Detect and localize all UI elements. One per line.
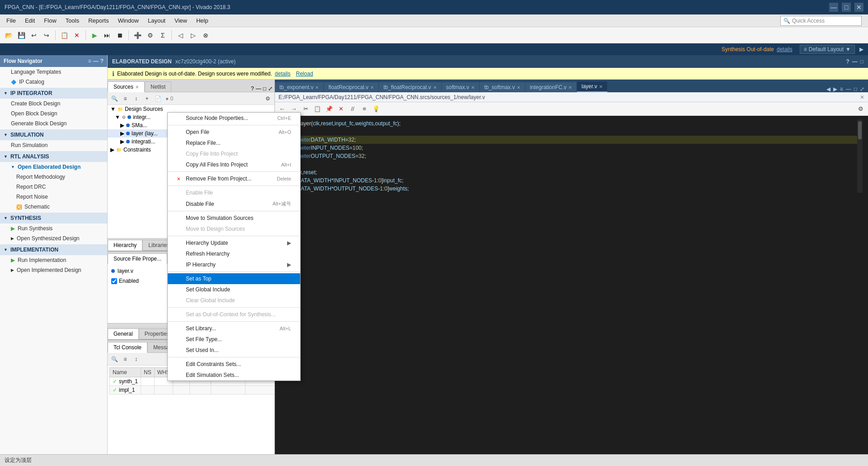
sidebar-item-open-synthesized-design[interactable]: ▶ Open Synthesized Design	[0, 233, 107, 243]
menu-help[interactable]: Help	[192, 16, 213, 25]
sources-sort-btn[interactable]: ↕	[131, 94, 141, 104]
code-editor[interactable]: 1 2 3 4 5 6 7 8 9 ile layer(clk, reset, …	[275, 116, 868, 466]
editor-tab-tb-softmax[interactable]: tb_softmax.v ✕	[480, 82, 525, 92]
toolbar-open[interactable]: 📂	[3, 29, 14, 41]
context-menu-item-set-file-type[interactable]: Set File Type...	[168, 334, 300, 345]
toolbar-copy[interactable]: 📋	[58, 29, 70, 41]
editor-tab-float-reciprocal[interactable]: floatReciprocal.v ✕	[324, 82, 379, 92]
sidebar-item-open-elaborated-design[interactable]: ▼ Open Elaborated Design	[0, 162, 107, 172]
toolbar-undo[interactable]: ↩	[28, 29, 40, 41]
synthesis-details-link[interactable]: details	[777, 46, 793, 52]
quick-access-input[interactable]: 🔍 Quick Access	[780, 16, 862, 26]
close-button[interactable]: ✕	[854, 3, 863, 12]
table-row[interactable]: ✓impl_1Vivado Implementatio...	[110, 386, 275, 395]
sidebar-item-run-simulation[interactable]: Run Simulation	[0, 140, 107, 150]
context-menu-item-move-to-sim[interactable]: Move to Simulation Sources	[168, 213, 300, 223]
console-search-btn[interactable]: 🔍	[109, 354, 119, 364]
menu-layout[interactable]: Layout	[143, 16, 170, 25]
menu-window[interactable]: Window	[113, 16, 143, 25]
console-collapse-btn[interactable]: ≡	[120, 354, 130, 364]
toolbar-step[interactable]: ⏭	[101, 29, 113, 41]
tb-softmax-close-icon[interactable]: ✕	[517, 85, 520, 90]
editor-tab-softmax[interactable]: softmax.v ✕	[442, 82, 480, 92]
warning-details-link[interactable]: details	[275, 71, 291, 77]
elaborated-design-minimize-icon[interactable]: —	[852, 58, 858, 65]
section-synthesis[interactable]: ▼ SYNTHESIS	[0, 213, 107, 223]
layout-selector[interactable]: ≡ Default Layout ▼	[800, 45, 855, 54]
sidebar-item-report-noise[interactable]: Report Noise	[0, 192, 107, 202]
toolbar-add[interactable]: ➕	[132, 29, 143, 41]
toolbar-redo[interactable]: ↪	[41, 29, 52, 41]
tab-sources-close-icon[interactable]: ✕	[135, 85, 139, 90]
menu-flow[interactable]: Flow	[39, 16, 61, 25]
elaborated-design-expand-icon[interactable]: □	[860, 58, 863, 65]
context-menu-item-hierarchy-update[interactable]: Hierarchy Update▶	[168, 238, 300, 248]
editor-settings-btn[interactable]: ⚙	[855, 104, 866, 114]
context-menu-item-remove-file[interactable]: ✕Remove File from Project...Delete	[168, 173, 300, 184]
toolbar-settings[interactable]: ⚙	[144, 29, 156, 41]
sources-collapse-btn[interactable]: ≡	[120, 94, 130, 104]
context-menu-item-disable-file[interactable]: Disable FileAlt+减号	[168, 198, 300, 209]
toolbar-save[interactable]: 💾	[15, 29, 27, 41]
editor-tab-layer[interactable]: layer.v ✕	[577, 81, 608, 92]
toolbar-delete[interactable]: ✕	[71, 29, 83, 41]
warning-reload-link[interactable]: Reload	[296, 71, 313, 77]
editor-tab-tb-exponent[interactable]: tb_exponent.v ✕	[275, 82, 324, 92]
context-menu-item-replace-file[interactable]: Replace File...	[168, 138, 300, 148]
menu-file[interactable]: File	[2, 16, 20, 25]
menu-tools[interactable]: Tools	[61, 16, 84, 25]
editor-scrollbar[interactable]	[857, 119, 863, 193]
maximize-button[interactable]: □	[842, 3, 851, 12]
tab-netlist[interactable]: Netlist	[145, 81, 171, 92]
top-info-right-icon[interactable]: ▶	[859, 46, 863, 52]
console-sort-btn[interactable]: ↕	[131, 354, 141, 364]
editor-tool-comment[interactable]: //	[347, 104, 358, 114]
sidebar-item-open-block-design[interactable]: Open Block Design	[0, 109, 107, 119]
sidebar-item-generate-block-design[interactable]: Generate Block Design	[0, 119, 107, 128]
tab-minimize-icon[interactable]: —	[256, 86, 261, 92]
editor-tool-delete[interactable]: ✕	[335, 104, 346, 114]
editor-minimize-icon[interactable]: —	[846, 86, 851, 92]
toolbar-run[interactable]: ▶	[89, 29, 100, 41]
editor-tab-list-icon[interactable]: ≡	[840, 86, 843, 92]
tab-tcl-console[interactable]: Tcl Console	[108, 342, 147, 353]
editor-tool-paste[interactable]: 📌	[324, 104, 335, 114]
tab-sources[interactable]: Sources ✕	[108, 81, 145, 92]
tb-float-reciprocal-close-icon[interactable]: ✕	[433, 85, 437, 90]
layer-close-icon[interactable]: ✕	[599, 84, 603, 89]
editor-path-close-icon[interactable]: ✕	[860, 94, 864, 100]
menu-edit[interactable]: Edit	[20, 16, 39, 25]
toolbar-extra3[interactable]: ⊗	[200, 29, 212, 41]
sidebar-item-run-implementation[interactable]: ▶ Run Implementation	[0, 255, 107, 265]
integration-fc-close-icon[interactable]: ✕	[568, 85, 572, 90]
editor-tool-copy[interactable]: 📋	[312, 104, 323, 114]
menu-reports[interactable]: Reports	[84, 16, 113, 25]
editor-tool-bulb[interactable]: 💡	[371, 104, 382, 114]
context-menu-item-edit-constraints-sets[interactable]: Edit Constraints Sets...	[168, 359, 300, 370]
editor-tool-uncomment[interactable]: ≡	[359, 104, 370, 114]
section-rtl-analysis[interactable]: ▼ RTL ANALYSIS	[0, 151, 107, 162]
toolbar-stop[interactable]: ⏹	[114, 29, 126, 41]
flow-nav-help-icon[interactable]: ?	[100, 58, 104, 64]
context-menu-item-ip-hierarchy[interactable]: IP Hierarchy▶	[168, 259, 300, 270]
tab-hierarchy[interactable]: Hierarchy	[108, 240, 142, 251]
sources-search-btn[interactable]: 🔍	[109, 94, 119, 104]
sources-file-btn[interactable]: 📄	[153, 94, 163, 104]
editor-next-tab-icon[interactable]: ▶	[833, 86, 837, 92]
editor-scrollbar-thumb[interactable]	[858, 121, 862, 139]
editor-close-icon[interactable]: ⤢	[860, 86, 864, 92]
sidebar-item-schematic[interactable]: 🔀 Schematic	[0, 202, 107, 212]
tab-restore-icon[interactable]: □	[263, 86, 266, 92]
toolbar-extra2[interactable]: ▷	[187, 29, 199, 41]
context-menu-item-set-used-in[interactable]: Set Used In...	[168, 345, 300, 356]
section-simulation[interactable]: ▼ SIMULATION	[0, 129, 107, 140]
toolbar-extra1[interactable]: ◁	[175, 29, 186, 41]
float-reciprocal-close-icon[interactable]: ✕	[370, 85, 374, 90]
elaborated-design-help-icon[interactable]: ?	[846, 58, 849, 65]
editor-tab-tb-float-reciprocal[interactable]: tb_floatReciprocal.v ✕	[379, 82, 441, 92]
sidebar-item-ip-catalog[interactable]: 🔷 IP Catalog	[0, 77, 107, 87]
sidebar-item-open-implemented-design[interactable]: ▶ Open Implemented Design	[0, 265, 107, 275]
context-menu-item-copy-all-files[interactable]: Copy All Files Into ProjectAlt+I	[168, 159, 300, 170]
tab-help-icon[interactable]: ?	[251, 86, 254, 92]
tab-expand-icon[interactable]: ⤢	[268, 86, 273, 92]
